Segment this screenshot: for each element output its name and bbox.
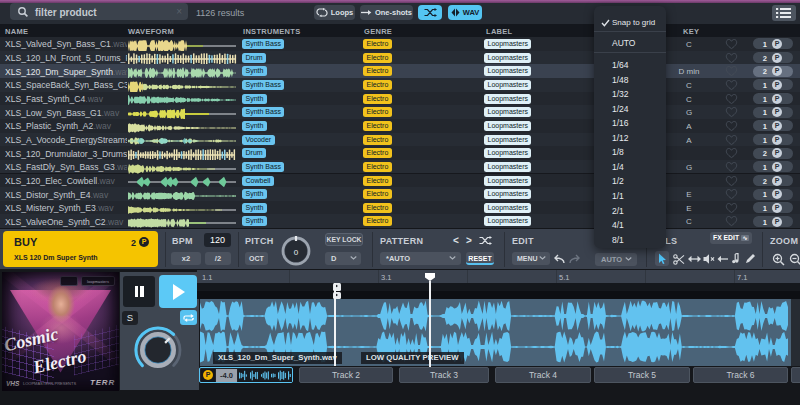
svg-text:0: 0 xyxy=(294,248,299,257)
